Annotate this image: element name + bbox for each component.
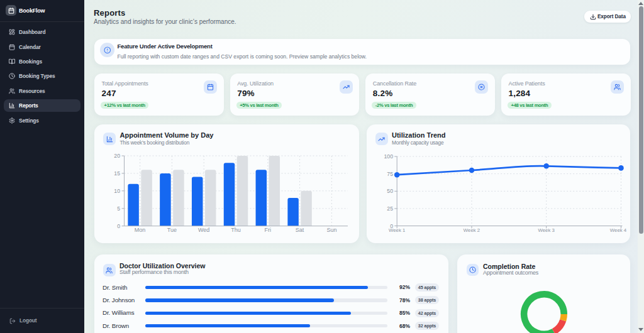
svg-text:Wed: Wed [198,227,209,233]
svg-text:10: 10 [114,188,120,194]
svg-text:20: 20 [114,153,120,159]
svg-text:Tue: Tue [167,227,177,233]
svg-text:Sat: Sat [296,227,304,233]
svg-text:100: 100 [384,153,393,160]
svg-text:0: 0 [117,223,120,229]
svg-text:Fri: Fri [265,227,272,233]
svg-text:15: 15 [114,170,120,177]
svg-text:Week 1: Week 1 [389,227,405,233]
svg-text:Mon: Mon [135,227,146,233]
svg-text:Sun: Sun [326,227,336,233]
svg-text:5: 5 [117,205,120,212]
svg-text:Week 2: Week 2 [463,227,479,233]
svg-text:25: 25 [387,205,393,212]
svg-text:Week 4: Week 4 [609,227,626,233]
svg-text:Thu: Thu [231,227,241,233]
svg-text:Week 3: Week 3 [538,227,554,233]
svg-text:75: 75 [387,171,393,177]
svg-text:50: 50 [387,188,393,194]
